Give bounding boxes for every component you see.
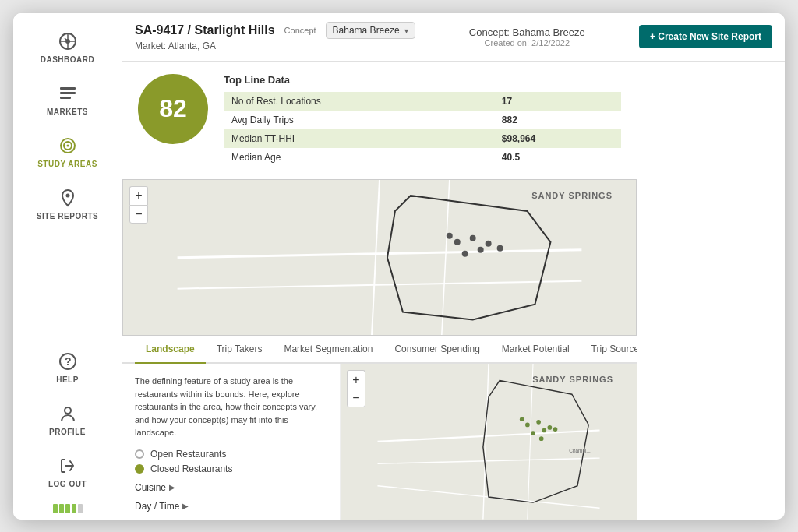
top-map-zoom-out[interactable]: −	[129, 205, 148, 224]
concept-value: Bahama Breeze	[333, 25, 400, 36]
svg-point-14	[65, 407, 71, 414]
day-time-filter[interactable]: Day / Time ▶	[135, 501, 327, 512]
battery-bar	[13, 498, 122, 520]
cuisine-filter[interactable]: Cuisine ▶	[135, 482, 327, 493]
day-time-label: Day / Time	[135, 501, 179, 512]
score-value: 82	[159, 94, 187, 123]
tab-landscape[interactable]: Landscape	[135, 336, 206, 364]
sidebar: DASHBOARD MARKETS STUDY AREAS SITE REP	[13, 13, 122, 520]
chevron-down-icon: ▾	[404, 26, 408, 35]
topbar-title-row: SA-9417 / Starlight Hills Concept Bahama…	[135, 22, 415, 39]
bottom-map-zoom-out[interactable]: −	[347, 389, 365, 407]
topbar-center: Concept: Bahama Breeze Created on: 2/12/…	[469, 26, 585, 48]
concept-dropdown[interactable]: Bahama Breeze ▾	[326, 22, 415, 39]
svg-point-38	[531, 431, 535, 435]
main-content: SA-9417 / Starlight Hills Concept Bahama…	[122, 13, 785, 520]
svg-point-39	[542, 428, 546, 433]
svg-rect-5	[60, 87, 76, 90]
tab-market-segmentation[interactable]: Market Segmentation	[273, 336, 383, 364]
svg-point-42	[539, 436, 544, 441]
row-value: 40.5	[494, 148, 621, 167]
svg-point-10	[66, 144, 69, 146]
svg-text:?: ?	[65, 355, 72, 368]
open-restaurants-dot	[135, 449, 144, 459]
score-section: 82 Top Line Data No of Rest. Locations17…	[122, 62, 637, 179]
svg-point-23	[486, 240, 492, 246]
profile-icon	[57, 403, 79, 425]
bottom-map-label: SANDY SPRINGS	[532, 375, 613, 384]
sidebar-item-profile[interactable]: PROFILE	[13, 393, 122, 446]
tab-trip-sources[interactable]: Trip Sources	[581, 336, 637, 364]
sidebar-item-help[interactable]: ? HELP	[13, 341, 122, 393]
sidebar-item-site-reports[interactable]: SITE REPORTS	[13, 178, 122, 230]
svg-point-24	[462, 250, 468, 256]
concept-display: Concept: Bahama Breeze	[469, 26, 585, 38]
top-map-controls: + −	[129, 186, 148, 224]
svg-text:Chambl...: Chambl...	[569, 448, 591, 453]
row-value: 882	[494, 111, 621, 129]
svg-point-37	[548, 425, 553, 430]
sidebar-item-label: STUDY AREAS	[37, 160, 97, 168]
svg-point-27	[497, 245, 503, 251]
landscape-map: + − SANDY SPRINGS	[341, 364, 637, 520]
row-value: $98,964	[494, 129, 621, 148]
sidebar-item-dashboard[interactable]: DASHBOARD	[13, 21, 122, 73]
svg-point-40	[520, 417, 524, 421]
site-reports-icon	[57, 187, 79, 209]
row-label: No of Rest. Locations	[224, 92, 494, 111]
svg-point-41	[553, 427, 558, 432]
svg-point-35	[525, 423, 530, 428]
svg-rect-6	[60, 92, 76, 94]
legend-closed-label: Closed Restaurants	[150, 463, 232, 474]
logout-icon	[57, 455, 79, 477]
cuisine-arrow-icon: ▶	[169, 483, 175, 491]
created-date: Created on: 2/12/2022	[469, 38, 585, 48]
score-circle: 82	[138, 74, 208, 144]
legend-open-label: Open Restaurants	[150, 449, 226, 460]
sidebar-item-markets[interactable]: MARKETS	[13, 73, 122, 125]
tabs-container: LandscapeTrip TakersMarket SegmentationC…	[135, 336, 637, 362]
bottom-map-controls: + −	[347, 370, 365, 407]
row-value: 17	[494, 92, 621, 111]
markets-icon	[57, 83, 79, 104]
legend-open: Open Restaurants	[135, 449, 327, 460]
svg-point-25	[478, 246, 484, 252]
svg-point-26	[447, 232, 453, 238]
landscape-section: The defining feature of a study area is …	[122, 364, 637, 520]
market-subtitle: Market: Atlanta, GA	[135, 41, 415, 51]
topbar-left: SA-9417 / Starlight Hills Concept Bahama…	[135, 22, 415, 51]
sidebar-item-logout[interactable]: LOG OUT	[13, 446, 122, 498]
svg-rect-7	[60, 97, 71, 99]
study-areas-icon	[57, 135, 79, 157]
sidebar-item-study-areas[interactable]: STUDY AREAS	[13, 125, 122, 178]
day-time-arrow-icon: ▶	[182, 502, 189, 510]
top-line-data-table: No of Rest. Locations17Avg Daily Trips88…	[224, 92, 621, 167]
row-label: Median Age	[224, 148, 494, 167]
svg-point-21	[454, 238, 461, 245]
svg-point-36	[536, 420, 541, 425]
bottom-map-zoom-in[interactable]: +	[347, 370, 365, 389]
landscape-description: The defining feature of a study area is …	[135, 375, 327, 439]
sidebar-item-label: DASHBOARD	[41, 55, 95, 64]
svg-point-11	[65, 193, 69, 197]
create-site-report-button[interactable]: + Create New Site Report	[639, 25, 772, 48]
sidebar-item-label: LOG OUT	[48, 480, 87, 488]
legend-closed: Closed Restaurants	[135, 463, 327, 474]
sidebar-item-label: SITE REPORTS	[37, 212, 98, 220]
help-icon: ?	[57, 351, 79, 372]
data-panel-title: Top Line Data	[224, 74, 621, 86]
tab-consumer-spending[interactable]: Consumer Spending	[383, 336, 490, 364]
tab-trip-takers[interactable]: Trip Takers	[206, 336, 274, 364]
top-map-zoom-in[interactable]: +	[129, 186, 148, 205]
top-map-svg	[123, 180, 636, 336]
closed-restaurants-dot	[135, 464, 144, 474]
sidebar-item-label: HELP	[56, 375, 79, 384]
tab-market-potential[interactable]: Market Potential	[491, 336, 581, 364]
table-row: Median TT-HHI$98,964	[224, 129, 621, 148]
table-row: Avg Daily Trips882	[224, 111, 621, 129]
row-label: Median TT-HHI	[224, 129, 494, 148]
data-panel: Top Line Data No of Rest. Locations17Avg…	[224, 74, 621, 167]
table-row: Median Age40.5	[224, 148, 621, 167]
sidebar-bottom: ? HELP PROFILE LOG OUT	[13, 336, 122, 520]
top-map: + − SANDY SPRINGS	[122, 179, 637, 336]
